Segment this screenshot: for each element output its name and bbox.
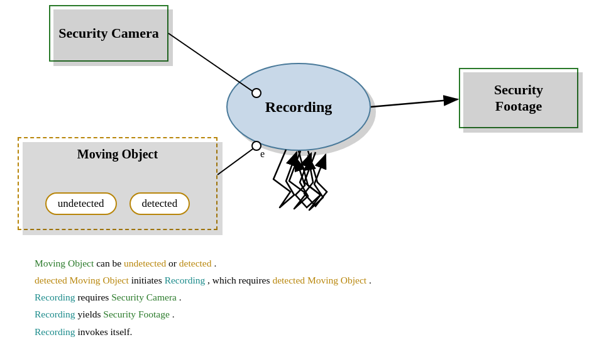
security-footage-box: SecurityFootage <box>459 68 578 128</box>
desc-text-4b: . <box>172 309 175 319</box>
desc-recording-5: Recording <box>35 326 75 337</box>
moving-object-label: Moving Object <box>19 147 216 162</box>
self-arrow-left <box>273 150 297 207</box>
desc-security-footage-4: Security Footage <box>103 309 169 319</box>
desc-moving-object-1: Moving Object <box>35 258 94 268</box>
desc-line-4: Recording yields Security Footage . <box>35 306 581 323</box>
state-detected: detected <box>129 192 190 215</box>
desc-detected-moving-object: detected Moving Object <box>35 275 129 285</box>
moving-object-states: undetected detected <box>19 192 216 215</box>
state-undetected: undetected <box>45 192 117 215</box>
recording-to-footage-arrow <box>371 99 458 107</box>
desc-recording-4: Recording <box>35 309 75 319</box>
desc-text-1b: or <box>168 258 179 268</box>
security-footage-label: SecurityFootage <box>494 82 543 115</box>
desc-text-3a: requires <box>77 292 111 302</box>
security-camera-box: Security Camera <box>49 5 168 62</box>
security-camera-label: Security Camera <box>58 25 158 41</box>
desc-line-5: Recording invokes itself. <box>35 323 581 340</box>
desc-text-2b: , which requires <box>207 275 272 285</box>
junction-label: e <box>260 148 265 159</box>
recording-label: Recording <box>265 99 333 116</box>
desc-text-2a: initiates <box>131 275 165 285</box>
desc-recording-3: Recording <box>35 292 75 302</box>
desc-text-2c: . <box>369 275 372 285</box>
description-area: Moving Object can be undetected or detec… <box>35 255 581 340</box>
desc-detected-moving-object-2: detected Moving Object <box>272 275 366 285</box>
moving-object-box: Moving Object undetected detected <box>18 137 217 230</box>
movingobj-to-junction-line <box>217 147 255 175</box>
desc-recording-2: Recording <box>165 275 206 285</box>
desc-text-4a: yields <box>77 309 103 319</box>
desc-line-3: Recording requires Security Camera . <box>35 289 581 306</box>
desc-security-camera-3: Security Camera <box>111 292 177 302</box>
desc-text-3b: . <box>179 292 182 302</box>
desc-text-1c: . <box>214 258 216 268</box>
self-arrow-right <box>304 152 326 210</box>
desc-line-2: detected Moving Object initiates Recordi… <box>35 272 581 289</box>
self-invoke-arrow-2 <box>304 151 327 206</box>
diagram: Security Camera SecurityFootage Moving O… <box>0 0 589 245</box>
desc-text-1a: can be <box>96 258 124 268</box>
self-arrow-middle <box>289 151 311 209</box>
desc-line-1: Moving Object can be undetected or detec… <box>35 255 581 272</box>
desc-text-5a: invokes itself. <box>77 326 132 337</box>
desc-detected-1: detected <box>179 258 212 268</box>
self-invoke-arrow-1 <box>295 151 321 207</box>
desc-undetected-1: undetected <box>124 258 166 268</box>
recording-ellipse: Recording <box>226 63 371 151</box>
